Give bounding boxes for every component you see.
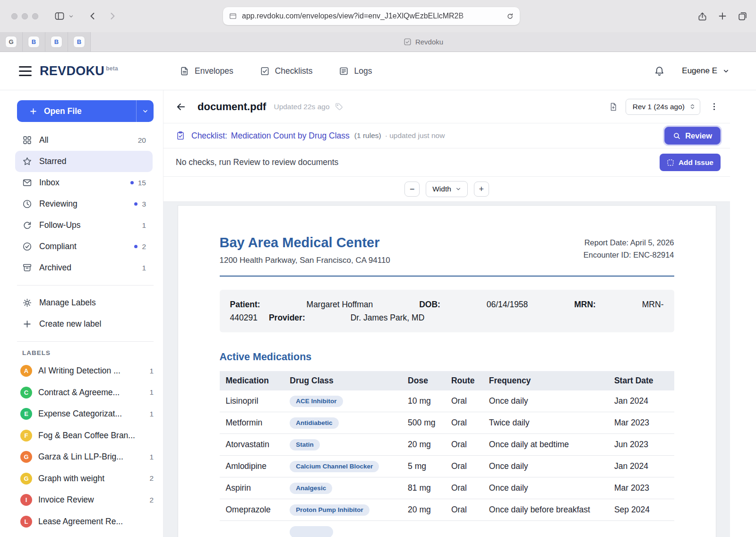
sidebar-item-follow-ups[interactable]: Follow-Ups 1 [15,215,153,236]
sidebar-toggle-icon[interactable] [54,11,65,21]
labels-list: A AI Writing Detection ... 1 C Contract … [17,360,154,532]
sidebar-item-all[interactable]: All 20 [15,130,153,151]
clinic-address: 1200 Health Parkway, San Francisco, CA 9… [220,256,390,265]
select-chevrons-icon [689,104,696,110]
pinned-tab-4[interactable]: B [68,32,91,52]
label-name: Graph with weight [38,474,143,484]
label-name: Contract & Agreeme... [38,388,143,398]
reload-icon[interactable] [506,12,514,20]
label-item-garza-lin-llp-brig[interactable]: G Garza & Lin LLP-Brig... 1 [15,446,154,468]
sidebar-item-starred[interactable]: Starred [15,151,153,172]
open-file-label: Open File [44,106,82,116]
zoom-window-button[interactable] [32,13,38,19]
pinned-tab-2[interactable]: B [23,32,45,52]
checklist-bar: Checklist: Medication Count by Drug Clas… [163,123,730,148]
tag-icon[interactable] [335,102,344,111]
favicon-B: B [74,36,85,47]
label-item-graph-with-weight[interactable]: G Graph with weight 2 [15,468,154,490]
user-name: Eugene E [682,66,717,76]
topbar-actions: Rev 1 (24s ago) [609,99,721,115]
label-item-expense-categorizat[interactable]: E Expense Categorizat... 1 [15,403,154,425]
label-avatar: C [20,387,32,398]
unread-dot [130,181,134,184]
app-logo[interactable]: REVDOKUbeta [40,64,118,78]
tab-strip: GBBB Revdoku [0,32,756,52]
menu-icon[interactable] [19,66,32,76]
checklists-icon [260,66,270,76]
favicon-B: B [51,36,62,47]
revision-select[interactable]: Rev 1 (24s ago) [626,99,700,115]
sidebar-item-reviewing[interactable]: Reviewing 3 [15,193,153,215]
dose-cell: 81 mg [402,477,445,499]
pinned-tab-1[interactable]: G [0,32,23,52]
checklist-name-link[interactable]: Medication Count by Drug Class [231,131,350,141]
pinned-tab-3[interactable]: B [45,32,68,52]
tab-overview-icon[interactable] [738,11,747,21]
add-document-icon[interactable] [609,102,618,112]
chevron-down-icon [722,68,730,75]
sidebar-item-label: Starred [39,156,66,166]
unread-dot [134,245,137,248]
start-date-cell: Sep 2024 [608,499,674,521]
document-viewer[interactable]: Bay Area Medical Center 1200 Health Park… [163,202,730,537]
patient-field-value: Dr. James Park, MD [351,311,425,324]
create-label-button[interactable]: Create new label [15,313,154,335]
label-item-invoice-review[interactable]: I Invoice Review 2 [15,489,154,511]
archive-icon [22,263,32,273]
label-name: Fog & Bean Coffee Bran... [38,431,147,441]
med-table-body: Lisinopril ACE Inhibitor 10 mg Oral Once… [220,390,674,537]
more-options-icon[interactable] [708,102,721,111]
forward-button[interactable] [108,11,117,21]
sidebar-item-meta: 1 [142,264,146,272]
nav-item-envelopes[interactable]: Envelopes [180,66,233,76]
open-file-main[interactable]: Open File [17,100,136,122]
dose-cell: 5 mg [402,456,445,477]
zoom-mode-select[interactable]: Width [426,181,468,197]
favicon-B: B [28,36,39,47]
close-window-button[interactable] [11,13,17,19]
back-arrow-icon[interactable] [176,102,186,112]
label-item-fog-bean-coffee-bran[interactable]: F Fog & Bean Coffee Bran... [15,425,154,447]
patient-field-value: MRN- [642,298,664,311]
medication-cell: Aspirin [220,477,284,499]
nav-item-logs[interactable]: Logs [339,66,372,76]
share-icon[interactable] [697,11,707,21]
tab-revdoku[interactable]: Revdoku [91,32,756,52]
review-button[interactable]: Review [664,127,721,145]
plus-icon [29,107,37,115]
open-file-dropdown[interactable] [136,100,154,122]
start-date-cell: Jan 2024 [608,390,674,412]
toolbar-chevron-down-icon[interactable] [69,14,74,19]
label-item-contract-agreeme[interactable]: C Contract & Agreeme... 1 [15,382,154,404]
user-menu[interactable]: Eugene E [682,66,730,76]
label-count: 1 [149,367,154,375]
bell-icon[interactable] [654,66,665,77]
minimize-window-button[interactable] [22,13,28,19]
patient-field-value: 06/14/1958 [487,298,528,311]
label-count: 1 [149,388,154,397]
manage-labels-button[interactable]: Manage Labels [15,292,154,313]
open-file-button[interactable]: Open File [17,100,154,122]
item-count: 2 [142,243,146,251]
add-issue-button[interactable]: Add Issue [660,154,721,171]
url-text[interactable]: app.revdoku.com/envelopes/view?id=env_J1… [242,12,501,20]
label-item-ai-writing-detection[interactable]: A AI Writing Detection ... 1 [15,360,154,382]
label-item-lease-agreement-re[interactable]: L Lease Agreement Re... [15,511,154,533]
zoom-out-button[interactable]: − [404,182,420,197]
sidebar-item-compliant[interactable]: Compliant 2 [15,236,153,257]
sidebar-item-inbox[interactable]: Inbox 15 [15,172,153,193]
drug-class-badge: Antidiabetic [290,417,338,429]
item-count: 3 [142,200,146,208]
back-button[interactable] [88,11,97,21]
frequency-cell: Once daily [483,456,608,477]
revision-value: Rev 1 (24s ago) [633,103,685,111]
patient-field-label: Provider: [269,311,305,324]
new-tab-icon[interactable] [718,11,727,21]
encounter-id: Encounter ID: ENC-82914 [584,249,674,261]
zoom-in-button[interactable]: + [474,182,489,197]
check-circle-icon [22,242,32,251]
address-bar[interactable]: app.revdoku.com/envelopes/view?id=env_J1… [223,7,520,25]
sidebar-item-archived[interactable]: Archived 1 [15,257,153,278]
nav-item-checklists[interactable]: Checklists [260,66,313,76]
logs-icon [339,66,349,76]
